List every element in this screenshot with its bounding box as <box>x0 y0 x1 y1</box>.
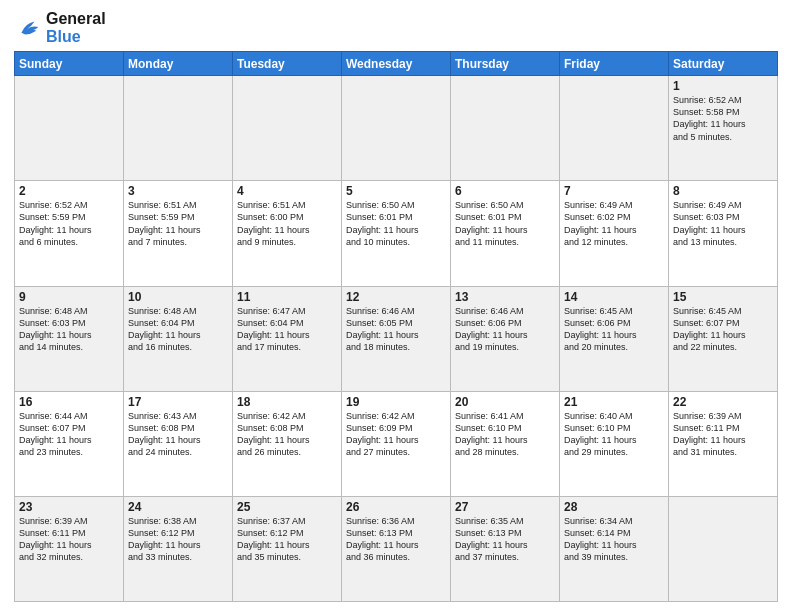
day-info: Sunrise: 6:44 AM Sunset: 6:07 PM Dayligh… <box>19 410 119 459</box>
day-info: Sunrise: 6:42 AM Sunset: 6:08 PM Dayligh… <box>237 410 337 459</box>
header: General Blue <box>14 10 778 45</box>
day-info: Sunrise: 6:42 AM Sunset: 6:09 PM Dayligh… <box>346 410 446 459</box>
day-number: 3 <box>128 184 228 198</box>
calendar-week-row: 23Sunrise: 6:39 AM Sunset: 6:11 PM Dayli… <box>15 496 778 601</box>
table-row: 3Sunrise: 6:51 AM Sunset: 5:59 PM Daylig… <box>124 181 233 286</box>
day-number: 22 <box>673 395 773 409</box>
day-number: 6 <box>455 184 555 198</box>
day-number: 9 <box>19 290 119 304</box>
day-number: 7 <box>564 184 664 198</box>
calendar-week-row: 9Sunrise: 6:48 AM Sunset: 6:03 PM Daylig… <box>15 286 778 391</box>
table-row <box>342 76 451 181</box>
table-row: 14Sunrise: 6:45 AM Sunset: 6:06 PM Dayli… <box>560 286 669 391</box>
day-info: Sunrise: 6:51 AM Sunset: 6:00 PM Dayligh… <box>237 199 337 248</box>
table-row <box>15 76 124 181</box>
table-row: 1Sunrise: 6:52 AM Sunset: 5:58 PM Daylig… <box>669 76 778 181</box>
day-number: 19 <box>346 395 446 409</box>
day-info: Sunrise: 6:41 AM Sunset: 6:10 PM Dayligh… <box>455 410 555 459</box>
day-number: 12 <box>346 290 446 304</box>
table-row <box>233 76 342 181</box>
day-info: Sunrise: 6:38 AM Sunset: 6:12 PM Dayligh… <box>128 515 228 564</box>
day-number: 27 <box>455 500 555 514</box>
day-number: 5 <box>346 184 446 198</box>
logo-text: General Blue <box>46 10 106 45</box>
table-row: 25Sunrise: 6:37 AM Sunset: 6:12 PM Dayli… <box>233 496 342 601</box>
table-row: 16Sunrise: 6:44 AM Sunset: 6:07 PM Dayli… <box>15 391 124 496</box>
day-info: Sunrise: 6:50 AM Sunset: 6:01 PM Dayligh… <box>346 199 446 248</box>
day-number: 1 <box>673 79 773 93</box>
day-info: Sunrise: 6:52 AM Sunset: 5:58 PM Dayligh… <box>673 94 773 143</box>
calendar-week-row: 1Sunrise: 6:52 AM Sunset: 5:58 PM Daylig… <box>15 76 778 181</box>
day-number: 13 <box>455 290 555 304</box>
day-info: Sunrise: 6:43 AM Sunset: 6:08 PM Dayligh… <box>128 410 228 459</box>
col-monday: Monday <box>124 52 233 76</box>
day-number: 20 <box>455 395 555 409</box>
day-number: 28 <box>564 500 664 514</box>
table-row: 23Sunrise: 6:39 AM Sunset: 6:11 PM Dayli… <box>15 496 124 601</box>
table-row <box>124 76 233 181</box>
calendar-week-row: 2Sunrise: 6:52 AM Sunset: 5:59 PM Daylig… <box>15 181 778 286</box>
table-row <box>451 76 560 181</box>
day-info: Sunrise: 6:35 AM Sunset: 6:13 PM Dayligh… <box>455 515 555 564</box>
table-row: 20Sunrise: 6:41 AM Sunset: 6:10 PM Dayli… <box>451 391 560 496</box>
day-number: 25 <box>237 500 337 514</box>
day-number: 17 <box>128 395 228 409</box>
calendar-table: Sunday Monday Tuesday Wednesday Thursday… <box>14 51 778 602</box>
col-friday: Friday <box>560 52 669 76</box>
col-tuesday: Tuesday <box>233 52 342 76</box>
table-row: 5Sunrise: 6:50 AM Sunset: 6:01 PM Daylig… <box>342 181 451 286</box>
day-info: Sunrise: 6:49 AM Sunset: 6:03 PM Dayligh… <box>673 199 773 248</box>
day-number: 2 <box>19 184 119 198</box>
day-info: Sunrise: 6:45 AM Sunset: 6:06 PM Dayligh… <box>564 305 664 354</box>
col-thursday: Thursday <box>451 52 560 76</box>
day-info: Sunrise: 6:37 AM Sunset: 6:12 PM Dayligh… <box>237 515 337 564</box>
day-info: Sunrise: 6:48 AM Sunset: 6:03 PM Dayligh… <box>19 305 119 354</box>
table-row: 22Sunrise: 6:39 AM Sunset: 6:11 PM Dayli… <box>669 391 778 496</box>
table-row: 24Sunrise: 6:38 AM Sunset: 6:12 PM Dayli… <box>124 496 233 601</box>
day-info: Sunrise: 6:46 AM Sunset: 6:06 PM Dayligh… <box>455 305 555 354</box>
day-number: 14 <box>564 290 664 304</box>
day-info: Sunrise: 6:48 AM Sunset: 6:04 PM Dayligh… <box>128 305 228 354</box>
calendar-page: General Blue Sunday Monday Tuesday Wedne… <box>0 0 792 612</box>
day-number: 11 <box>237 290 337 304</box>
col-sunday: Sunday <box>15 52 124 76</box>
table-row: 8Sunrise: 6:49 AM Sunset: 6:03 PM Daylig… <box>669 181 778 286</box>
day-number: 10 <box>128 290 228 304</box>
day-number: 26 <box>346 500 446 514</box>
table-row: 26Sunrise: 6:36 AM Sunset: 6:13 PM Dayli… <box>342 496 451 601</box>
table-row: 17Sunrise: 6:43 AM Sunset: 6:08 PM Dayli… <box>124 391 233 496</box>
day-number: 4 <box>237 184 337 198</box>
table-row: 21Sunrise: 6:40 AM Sunset: 6:10 PM Dayli… <box>560 391 669 496</box>
day-info: Sunrise: 6:40 AM Sunset: 6:10 PM Dayligh… <box>564 410 664 459</box>
calendar-header-row: Sunday Monday Tuesday Wednesday Thursday… <box>15 52 778 76</box>
day-info: Sunrise: 6:47 AM Sunset: 6:04 PM Dayligh… <box>237 305 337 354</box>
day-info: Sunrise: 6:45 AM Sunset: 6:07 PM Dayligh… <box>673 305 773 354</box>
day-info: Sunrise: 6:51 AM Sunset: 5:59 PM Dayligh… <box>128 199 228 248</box>
day-number: 15 <box>673 290 773 304</box>
table-row: 2Sunrise: 6:52 AM Sunset: 5:59 PM Daylig… <box>15 181 124 286</box>
table-row: 18Sunrise: 6:42 AM Sunset: 6:08 PM Dayli… <box>233 391 342 496</box>
table-row: 11Sunrise: 6:47 AM Sunset: 6:04 PM Dayli… <box>233 286 342 391</box>
logo-icon <box>14 14 42 42</box>
day-info: Sunrise: 6:39 AM Sunset: 6:11 PM Dayligh… <box>19 515 119 564</box>
table-row: 28Sunrise: 6:34 AM Sunset: 6:14 PM Dayli… <box>560 496 669 601</box>
table-row <box>560 76 669 181</box>
day-info: Sunrise: 6:49 AM Sunset: 6:02 PM Dayligh… <box>564 199 664 248</box>
day-info: Sunrise: 6:46 AM Sunset: 6:05 PM Dayligh… <box>346 305 446 354</box>
col-wednesday: Wednesday <box>342 52 451 76</box>
table-row <box>669 496 778 601</box>
table-row: 19Sunrise: 6:42 AM Sunset: 6:09 PM Dayli… <box>342 391 451 496</box>
logo: General Blue <box>14 10 106 45</box>
table-row: 7Sunrise: 6:49 AM Sunset: 6:02 PM Daylig… <box>560 181 669 286</box>
day-number: 16 <box>19 395 119 409</box>
table-row: 12Sunrise: 6:46 AM Sunset: 6:05 PM Dayli… <box>342 286 451 391</box>
day-number: 23 <box>19 500 119 514</box>
day-info: Sunrise: 6:36 AM Sunset: 6:13 PM Dayligh… <box>346 515 446 564</box>
day-info: Sunrise: 6:39 AM Sunset: 6:11 PM Dayligh… <box>673 410 773 459</box>
calendar-week-row: 16Sunrise: 6:44 AM Sunset: 6:07 PM Dayli… <box>15 391 778 496</box>
day-number: 24 <box>128 500 228 514</box>
table-row: 15Sunrise: 6:45 AM Sunset: 6:07 PM Dayli… <box>669 286 778 391</box>
table-row: 6Sunrise: 6:50 AM Sunset: 6:01 PM Daylig… <box>451 181 560 286</box>
day-info: Sunrise: 6:50 AM Sunset: 6:01 PM Dayligh… <box>455 199 555 248</box>
day-number: 21 <box>564 395 664 409</box>
